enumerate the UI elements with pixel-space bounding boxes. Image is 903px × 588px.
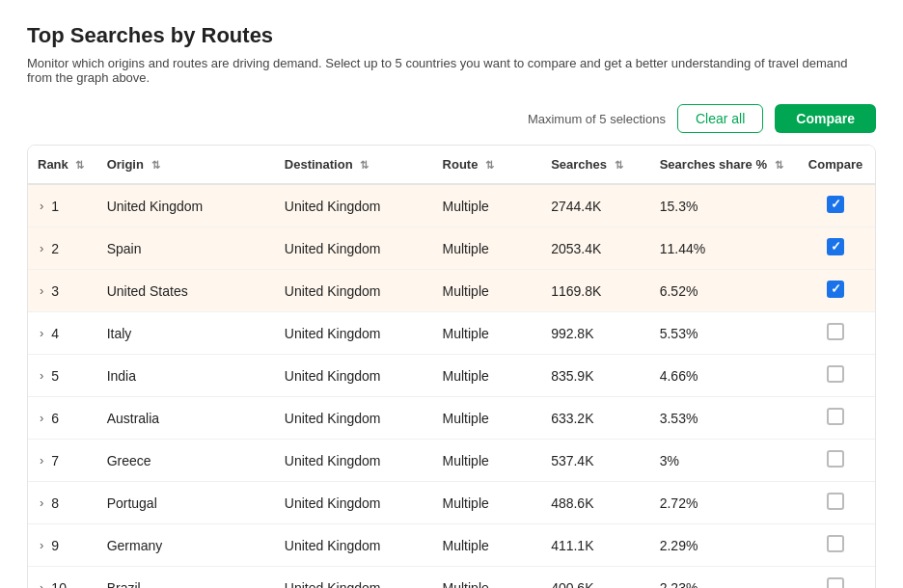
share-cell-10: 2.23% bbox=[650, 567, 796, 588]
route-sort-icon: ⇅ bbox=[485, 159, 494, 172]
destination-cell-6: United Kingdom bbox=[275, 397, 433, 440]
compare-cell-5[interactable] bbox=[796, 355, 875, 397]
share-cell-1: 15.3% bbox=[650, 184, 796, 227]
share-cell-4: 5.53% bbox=[650, 312, 796, 355]
share-cell-8: 2.72% bbox=[650, 482, 796, 524]
compare-checkbox-3[interactable] bbox=[827, 281, 844, 298]
searches-cell-10: 400.6K bbox=[541, 567, 650, 588]
origin-cell-2: Spain bbox=[97, 227, 275, 270]
rank-number-9: 9 bbox=[51, 538, 59, 553]
expand-row-2-button[interactable]: › bbox=[38, 241, 45, 255]
destination-cell-8: United Kingdom bbox=[275, 482, 433, 524]
table-header-row: Rank ⇅ Origin ⇅ Destination ⇅ Route ⇅ Se… bbox=[28, 146, 875, 184]
compare-cell-7[interactable] bbox=[796, 440, 875, 482]
route-cell-3: Multiple bbox=[433, 270, 542, 312]
share-cell-6: 3.53% bbox=[650, 397, 796, 440]
expand-row-1-button[interactable]: › bbox=[38, 199, 45, 213]
share-sort-icon: ⇅ bbox=[775, 159, 783, 172]
compare-checkbox-4[interactable] bbox=[827, 323, 844, 340]
compare-cell-6[interactable] bbox=[796, 397, 875, 440]
clear-all-button[interactable]: Clear all bbox=[677, 104, 763, 133]
expand-row-7-button[interactable]: › bbox=[38, 453, 45, 468]
share-cell-9: 2.29% bbox=[650, 524, 796, 567]
table-body: › 1 United KingdomUnited KingdomMultiple… bbox=[28, 184, 875, 588]
compare-checkbox-5[interactable] bbox=[827, 365, 844, 383]
expand-row-5-button[interactable]: › bbox=[38, 368, 45, 383]
rank-cell-10: › 10 bbox=[28, 567, 97, 588]
table-row: › 4 ItalyUnited KingdomMultiple992.8K5.5… bbox=[28, 312, 875, 355]
rank-cell-2: › 2 bbox=[28, 227, 97, 270]
max-selections-label: Maximum of 5 selections bbox=[528, 112, 666, 126]
table-row: › 6 AustraliaUnited KingdomMultiple633.2… bbox=[28, 397, 875, 440]
searches-cell-1: 2744.4K bbox=[541, 184, 650, 227]
compare-checkbox-6[interactable] bbox=[827, 408, 844, 425]
table-row: › 5 IndiaUnited KingdomMultiple835.9K4.6… bbox=[28, 355, 875, 397]
share-cell-5: 4.66% bbox=[650, 355, 796, 397]
toolbar: Maximum of 5 selections Clear all Compar… bbox=[27, 104, 876, 133]
page-subtitle: Monitor which origins and routes are dri… bbox=[27, 56, 876, 85]
expand-row-3-button[interactable]: › bbox=[38, 283, 45, 298]
compare-cell-2[interactable] bbox=[796, 227, 875, 270]
route-cell-1: Multiple bbox=[433, 184, 542, 227]
searches-cell-9: 411.1K bbox=[541, 524, 650, 567]
col-header-destination[interactable]: Destination ⇅ bbox=[275, 146, 433, 184]
rank-cell-1: › 1 bbox=[28, 184, 97, 227]
destination-cell-9: United Kingdom bbox=[275, 524, 433, 567]
rank-cell-5: › 5 bbox=[28, 355, 97, 397]
rank-sort-icon: ⇅ bbox=[75, 159, 84, 172]
compare-cell-10[interactable] bbox=[796, 567, 875, 588]
compare-button[interactable]: Compare bbox=[775, 104, 876, 133]
compare-checkbox-9[interactable] bbox=[827, 535, 844, 552]
share-cell-7: 3% bbox=[650, 440, 796, 482]
compare-checkbox-10[interactable] bbox=[827, 577, 844, 588]
expand-row-10-button[interactable]: › bbox=[38, 580, 45, 588]
col-header-searches[interactable]: Searches ⇅ bbox=[541, 146, 650, 184]
expand-row-9-button[interactable]: › bbox=[38, 538, 45, 552]
col-header-share[interactable]: Searches share % ⇅ bbox=[650, 146, 796, 184]
destination-sort-icon: ⇅ bbox=[360, 159, 369, 172]
expand-row-6-button[interactable]: › bbox=[38, 411, 45, 425]
compare-cell-1[interactable] bbox=[796, 184, 875, 227]
rank-number-10: 10 bbox=[51, 580, 67, 588]
rank-cell-8: › 8 bbox=[28, 482, 97, 524]
expand-row-8-button[interactable]: › bbox=[38, 495, 45, 510]
route-cell-9: Multiple bbox=[433, 524, 542, 567]
page-title: Top Searches by Routes bbox=[27, 23, 876, 48]
searches-table: Rank ⇅ Origin ⇅ Destination ⇅ Route ⇅ Se… bbox=[28, 146, 875, 588]
compare-cell-9[interactable] bbox=[796, 524, 875, 567]
searches-cell-8: 488.6K bbox=[541, 482, 650, 524]
destination-cell-5: United Kingdom bbox=[275, 355, 433, 397]
compare-checkbox-8[interactable] bbox=[827, 493, 844, 510]
route-cell-7: Multiple bbox=[433, 440, 542, 482]
rank-cell-6: › 6 bbox=[28, 397, 97, 440]
compare-cell-8[interactable] bbox=[796, 482, 875, 524]
table-row: › 10 BrazilUnited KingdomMultiple400.6K2… bbox=[28, 567, 875, 588]
searches-cell-2: 2053.4K bbox=[541, 227, 650, 270]
rank-number-5: 5 bbox=[51, 368, 59, 384]
rank-number-4: 4 bbox=[51, 326, 59, 341]
compare-cell-3[interactable] bbox=[796, 270, 875, 312]
compare-checkbox-1[interactable] bbox=[827, 196, 844, 213]
rank-cell-9: › 9 bbox=[28, 524, 97, 567]
searches-cell-6: 633.2K bbox=[541, 397, 650, 440]
destination-cell-1: United Kingdom bbox=[275, 184, 433, 227]
table-row: › 8 PortugalUnited KingdomMultiple488.6K… bbox=[28, 482, 875, 524]
origin-cell-4: Italy bbox=[97, 312, 275, 355]
route-cell-10: Multiple bbox=[433, 567, 542, 588]
compare-checkbox-7[interactable] bbox=[827, 450, 844, 468]
route-cell-6: Multiple bbox=[433, 397, 542, 440]
share-cell-3: 6.52% bbox=[650, 270, 796, 312]
origin-cell-5: India bbox=[97, 355, 275, 397]
compare-cell-4[interactable] bbox=[796, 312, 875, 355]
rank-cell-7: › 7 bbox=[28, 440, 97, 482]
rank-number-7: 7 bbox=[51, 453, 59, 468]
col-header-rank[interactable]: Rank ⇅ bbox=[28, 146, 97, 184]
origin-cell-3: United States bbox=[97, 270, 275, 312]
col-header-origin[interactable]: Origin ⇅ bbox=[97, 146, 275, 184]
expand-row-4-button[interactable]: › bbox=[38, 326, 45, 340]
col-header-route[interactable]: Route ⇅ bbox=[433, 146, 542, 184]
rank-number-3: 3 bbox=[51, 283, 59, 299]
searches-cell-3: 1169.8K bbox=[541, 270, 650, 312]
compare-checkbox-2[interactable] bbox=[827, 238, 844, 255]
rank-number-6: 6 bbox=[51, 411, 59, 426]
